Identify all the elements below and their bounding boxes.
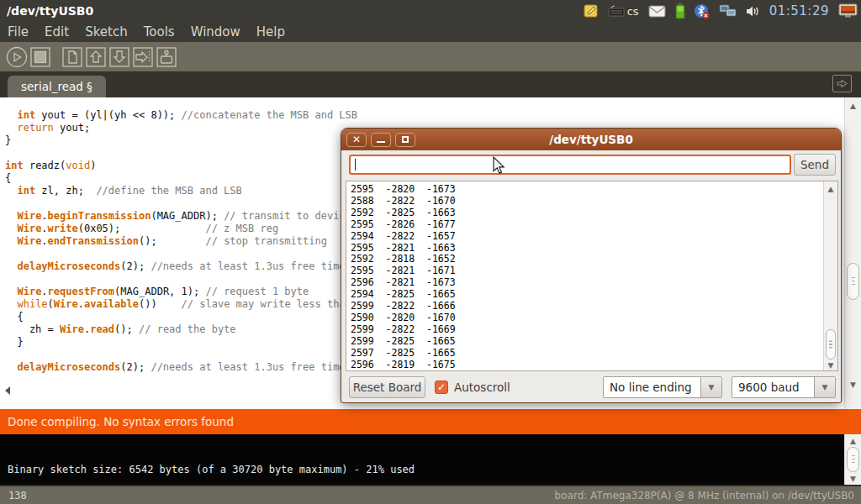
menu-sketch[interactable]: Sketch xyxy=(85,24,128,39)
serial-line: 2597 -2825 -1665 xyxy=(351,348,837,360)
chevron-down-icon[interactable]: ▼ xyxy=(700,377,721,397)
serial-output-scrollbar[interactable]: ▲ ▼ xyxy=(823,181,837,370)
serial-line: 2592 -2825 -1663 xyxy=(351,207,837,219)
new-sketch-button[interactable] xyxy=(61,45,83,68)
serial-input[interactable] xyxy=(349,155,791,175)
compile-status-text: Done compiling. No syntax errors found xyxy=(0,415,234,428)
board-info: board: ATmega328P(A) @ 8 MHz (internal) … xyxy=(555,490,861,501)
serial-line: 2595 -2826 -1677 xyxy=(351,219,837,231)
serial-line: 2590 -2820 -1670 xyxy=(351,312,837,324)
scroll-up-icon[interactable]: ▲ xyxy=(824,185,837,193)
menu-edit[interactable]: Edit xyxy=(45,24,69,39)
stop-button[interactable] xyxy=(29,45,51,68)
scroll-up-icon[interactable]: ▲ xyxy=(845,102,861,110)
window-title: /dev/ttyUSB0 xyxy=(0,4,93,18)
serial-line: 2588 -2822 -1670 xyxy=(351,196,837,207)
upload-button[interactable] xyxy=(131,45,154,68)
menu-tools[interactable]: Tools xyxy=(144,24,175,39)
serial-line: 2596 -2819 -1675 xyxy=(351,360,837,371)
serial-scrollbar-thumb[interactable] xyxy=(826,329,836,360)
line-ending-value: No line ending xyxy=(604,381,700,394)
scroll-down-icon[interactable]: ▼ xyxy=(845,475,861,483)
clock[interactable]: 01:51:29 xyxy=(769,3,829,18)
note-icon[interactable] xyxy=(584,3,599,18)
serial-line: 2594 -2825 -1665 xyxy=(351,289,837,301)
serial-line: 2595 -2820 -1673 xyxy=(351,184,837,196)
caret-line-number: 138 xyxy=(0,490,27,501)
serial-monitor-window: ✕ /dev/ttyUSB0 Send 2595 -2820 -16732588… xyxy=(341,128,842,403)
serial-monitor-titlebar[interactable]: ✕ /dev/ttyUSB0 xyxy=(341,129,841,150)
serial-lines: 2595 -2820 -16732588 -2822 -16702592 -28… xyxy=(346,181,837,371)
serial-line: 2599 -2822 -1669 xyxy=(351,324,837,336)
network-icon[interactable] xyxy=(719,4,737,18)
serial-line: 2596 -2821 -1673 xyxy=(351,277,837,289)
console-scrollbar-thumb[interactable] xyxy=(847,447,859,472)
keyboard-layout-label: cs xyxy=(627,5,639,18)
menu-help[interactable]: Help xyxy=(256,24,285,39)
tab-menu-button[interactable] xyxy=(832,75,852,92)
serial-line: 2594 -2822 -1657 xyxy=(351,231,837,243)
scroll-down-icon[interactable]: ▼ xyxy=(845,381,861,389)
verify-button[interactable] xyxy=(5,45,28,68)
bluetooth-icon[interactable] xyxy=(695,3,710,19)
build-console[interactable]: Binary sketch size: 6542 bytes (of a 307… xyxy=(0,434,861,485)
scroll-down-icon[interactable]: ▼ xyxy=(824,361,837,370)
hscroll-left-arrow-icon[interactable] xyxy=(5,386,10,395)
send-button[interactable]: Send xyxy=(794,154,836,176)
text-caret xyxy=(355,159,356,171)
save-sketch-button[interactable] xyxy=(108,45,130,68)
display-icon[interactable] xyxy=(838,3,858,18)
tab-serial-read[interactable]: serial_read § xyxy=(8,76,106,97)
status-strip: 138 board: ATmega328P(A) @ 8 MHz (intern… xyxy=(0,485,861,504)
serial-line: 2599 -2822 -1666 xyxy=(351,301,837,312)
top-panel: /dev/ttyUSB0 cs 01:51:29 xyxy=(0,0,861,22)
menu-window[interactable]: Window xyxy=(191,24,240,39)
mouse-cursor xyxy=(493,156,506,175)
serial-line: 2599 -2825 -1665 xyxy=(351,336,837,348)
serial-line: 2595 -2821 -1671 xyxy=(351,265,837,277)
serial-line: 2592 -2818 -1652 xyxy=(351,254,837,265)
serial-monitor-button[interactable] xyxy=(155,45,177,68)
baud-rate-value: 9600 baud xyxy=(732,381,814,394)
volume-icon[interactable] xyxy=(746,5,760,18)
maximize-icon[interactable] xyxy=(395,133,415,147)
code-line: int yout = (yl|(yh << 8)); //concatenate… xyxy=(5,109,861,122)
autoscroll-label: Autoscroll xyxy=(454,381,510,394)
editor-scrollbar-thumb[interactable] xyxy=(847,263,859,300)
console-scrollbar[interactable]: ▲ ▼ xyxy=(844,434,861,485)
build-console-text: Binary sketch size: 6542 bytes (of a 307… xyxy=(8,464,415,475)
menu-bar: FileEditSketchToolsWindowHelp xyxy=(0,22,861,42)
open-sketch-button[interactable] xyxy=(84,45,107,68)
system-tray: cs 01:51:29 xyxy=(584,3,861,19)
reset-board-button[interactable]: Reset Board xyxy=(349,376,425,398)
keyboard-icon[interactable]: cs xyxy=(608,5,639,18)
battery-icon[interactable] xyxy=(675,3,685,19)
menu-file[interactable]: File xyxy=(8,24,29,39)
autoscroll-checkbox[interactable]: ✓ xyxy=(435,381,448,394)
tab-bar: serial_read § xyxy=(0,71,861,97)
serial-output-area[interactable]: 2595 -2820 -16732588 -2822 -16702592 -28… xyxy=(346,181,838,371)
mail-icon[interactable] xyxy=(648,5,666,18)
serial-line: 2595 -2821 -1663 xyxy=(351,243,837,255)
toolbar xyxy=(0,42,861,71)
scroll-up-icon[interactable]: ▲ xyxy=(845,437,861,445)
minimize-icon[interactable] xyxy=(371,133,391,147)
baud-rate-select[interactable]: 9600 baud ▼ xyxy=(732,376,836,398)
close-icon[interactable]: ✕ xyxy=(346,133,367,147)
editor-scrollbar[interactable]: ▲ ▼ xyxy=(844,97,861,409)
serial-monitor-controls: Reset Board ✓ Autoscroll No line ending … xyxy=(341,374,841,403)
line-ending-select[interactable]: No line ending ▼ xyxy=(603,376,722,398)
chevron-down-icon[interactable]: ▼ xyxy=(814,377,835,397)
serial-monitor-title: /dev/ttyUSB0 xyxy=(341,133,841,146)
compile-status-bar: Done compiling. No syntax errors found xyxy=(0,409,861,434)
